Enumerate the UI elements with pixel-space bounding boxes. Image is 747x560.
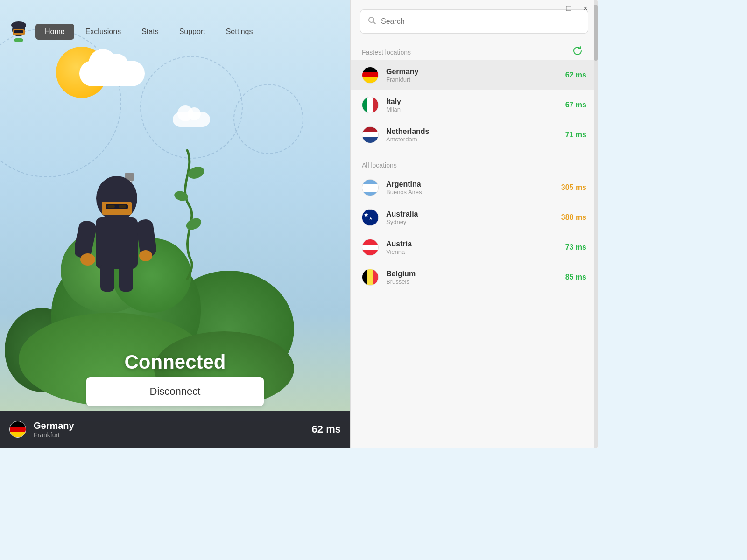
- ping-value: 85 ms: [565, 273, 586, 281]
- fastest-location-row-germany[interactable]: Germany Frankfurt 62 ms: [351, 60, 598, 90]
- search-icon: [368, 16, 376, 27]
- flag-belgium: [362, 269, 379, 286]
- nav-home[interactable]: Home: [35, 24, 74, 40]
- svg-point-18: [80, 253, 95, 266]
- all-location-row-australia[interactable]: Australia Sydney 388 ms: [351, 203, 598, 232]
- flag-germany: [362, 67, 379, 84]
- fastest-locations-label: Fastest locations: [362, 49, 572, 56]
- ping-value: 73 ms: [565, 243, 586, 252]
- svg-rect-15: [96, 217, 138, 269]
- flag-austria: [362, 239, 379, 256]
- svg-line-23: [374, 21, 376, 24]
- location-country: Italy: [386, 98, 558, 106]
- fastest-location-row-italy[interactable]: Italy Milan 67 ms: [351, 90, 598, 120]
- location-city: Amsterdam: [386, 136, 558, 143]
- disconnect-button[interactable]: Disconnect: [86, 377, 264, 406]
- left-panel: Home Exclusions Stats Support Settings: [0, 0, 350, 448]
- bottom-info: Germany Frankfurt: [34, 420, 304, 439]
- location-country: Netherlands: [386, 127, 558, 136]
- location-info-australia: Australia Sydney: [386, 210, 554, 225]
- flag-italy: [362, 97, 379, 113]
- location-info-italy: Italy Milan: [386, 98, 558, 113]
- location-country: Belgium: [386, 270, 558, 278]
- svg-rect-13: [107, 205, 115, 208]
- nav-settings[interactable]: Settings: [217, 24, 262, 40]
- all-location-row-argentina[interactable]: Argentina Buenos Aires 305 ms: [351, 173, 598, 203]
- nav-support[interactable]: Support: [170, 24, 215, 40]
- svg-rect-16: [75, 219, 98, 259]
- titlebar: — ❐ ✕: [0, 0, 598, 17]
- location-city: Vienna: [386, 248, 558, 255]
- connection-status: Connected: [0, 351, 350, 373]
- location-city: Frankfurt: [386, 76, 558, 83]
- fastest-location-row-netherlands[interactable]: Netherlands Amsterdam 71 ms: [351, 120, 598, 150]
- cloud-illustration: [79, 61, 145, 86]
- svg-rect-21: [119, 264, 133, 292]
- svg-rect-2: [14, 30, 23, 33]
- svg-point-19: [139, 250, 152, 261]
- navbar: Home Exclusions Stats Support Settings: [0, 17, 350, 47]
- location-country: Australia: [386, 210, 554, 218]
- svg-point-3: [11, 21, 26, 29]
- right-panel: Fastest locations Germany Frankfurt 62 m…: [350, 0, 598, 448]
- all-locations-label: All locations: [351, 154, 598, 173]
- minimize-button[interactable]: —: [543, 2, 560, 15]
- all-location-row-austria[interactable]: Austria Vienna 73 ms: [351, 232, 598, 262]
- bottom-city: Frankfurt: [34, 431, 304, 439]
- location-info-germany: Germany Frankfurt: [386, 68, 558, 83]
- app-logo: [7, 21, 30, 43]
- vine-illustration: [168, 149, 205, 280]
- location-info-netherlands: Netherlands Amsterdam: [386, 127, 558, 143]
- ninja-character: [75, 173, 159, 303]
- flag-netherlands: [362, 126, 379, 143]
- location-country: Argentina: [386, 180, 554, 189]
- location-city: Brussels: [386, 278, 558, 285]
- flag-australia: [362, 209, 379, 226]
- ping-value: 305 ms: [561, 183, 586, 192]
- scrollbar-track: [594, 0, 598, 448]
- flag-argentina: [362, 179, 379, 196]
- svg-rect-14: [119, 205, 126, 208]
- location-country: Germany: [386, 68, 558, 76]
- location-city: Milan: [386, 106, 558, 113]
- location-info-argentina: Argentina Buenos Aires: [386, 180, 554, 196]
- nav-exclusions[interactable]: Exclusions: [76, 24, 130, 40]
- location-info-austria: Austria Vienna: [386, 240, 558, 255]
- ping-value: 71 ms: [565, 131, 586, 139]
- refresh-icon[interactable]: [572, 46, 583, 58]
- location-country: Austria: [386, 240, 558, 248]
- bottom-country: Germany: [34, 420, 304, 431]
- ping-value: 62 ms: [565, 71, 586, 79]
- nav-stats[interactable]: Stats: [132, 24, 168, 40]
- location-city: Buenos Aires: [386, 189, 554, 196]
- location-info-belgium: Belgium Brussels: [386, 270, 558, 285]
- fastest-locations-header: Fastest locations: [351, 38, 598, 60]
- bottom-bar: Germany Frankfurt 62 ms: [0, 411, 350, 448]
- svg-point-7: [184, 216, 203, 232]
- svg-rect-20: [100, 264, 114, 292]
- status-container: Connected: [0, 351, 350, 373]
- maximize-button[interactable]: ❐: [560, 2, 577, 15]
- ping-value: 67 ms: [565, 101, 586, 109]
- divider: [351, 152, 598, 152]
- close-button[interactable]: ✕: [577, 2, 594, 15]
- bottom-ping: 62 ms: [312, 423, 341, 435]
- bottom-flag: [9, 421, 26, 438]
- search-input[interactable]: [381, 17, 580, 26]
- all-location-row-belgium[interactable]: Belgium Brussels 85 ms: [351, 262, 598, 292]
- location-city: Sydney: [386, 218, 554, 225]
- ping-value: 388 ms: [561, 213, 586, 222]
